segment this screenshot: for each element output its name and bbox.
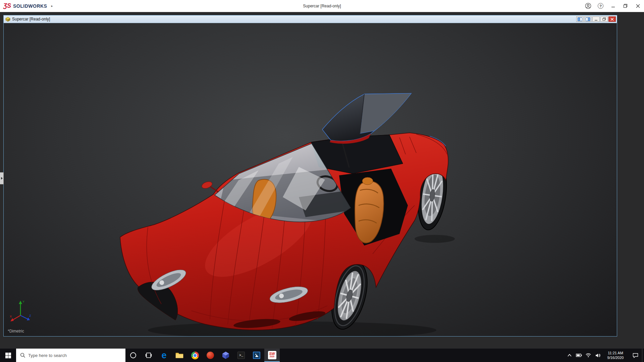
help-button[interactable]: ?: [594, 0, 607, 12]
split-pane-left-button[interactable]: [576, 16, 584, 22]
show-desktop-button[interactable]: [642, 349, 644, 362]
cube-app-button[interactable]: [218, 349, 233, 362]
volume-tray-button[interactable]: [593, 349, 602, 362]
red-app-button[interactable]: [203, 349, 218, 362]
document-window: Supercar [Read-only]: [3, 15, 617, 337]
solidworks-taskbar-button[interactable]: SW 2020: [264, 349, 280, 362]
taskbar-search-box[interactable]: [16, 349, 125, 362]
clock-time: 11:21 AM: [602, 351, 629, 355]
featuremanager-expand-tab[interactable]: [0, 172, 4, 184]
seat-headrest: [362, 177, 373, 185]
brand-name: SOLIDWORKS: [13, 3, 47, 9]
chevron-up-icon: [568, 354, 572, 357]
wifi-icon: [586, 353, 591, 357]
edge-taskbar-button[interactable]: e: [156, 349, 172, 362]
action-center-button[interactable]: [629, 349, 642, 362]
battery-icon: [576, 354, 582, 357]
help-icon: ?: [598, 3, 603, 9]
y-axis-label: Y: [22, 300, 24, 303]
menu-expand-arrow-icon[interactable]: ▸: [51, 4, 53, 8]
chrome-icon: [191, 352, 199, 359]
y-axis-arrow-icon: [19, 301, 22, 304]
doc-close-icon: [610, 18, 614, 21]
action-center-icon: [633, 353, 638, 358]
hidden-icons-button[interactable]: [565, 349, 574, 362]
task-view-icon: [145, 352, 152, 358]
user-icon: [585, 3, 591, 9]
featuremanager-expand-icon: [1, 177, 3, 180]
red-app-icon: [207, 352, 214, 359]
app-titlebar: ƷS SOLIDWORKS ▸ Supercar [Read-only] ?: [0, 0, 644, 12]
search-icon: [20, 353, 25, 358]
mdi-client-area: Supercar [Read-only]: [0, 12, 644, 349]
user-account-button[interactable]: [582, 0, 594, 12]
doc-minimize-button[interactable]: [592, 16, 600, 22]
doc-minimize-icon: [594, 18, 598, 21]
command-prompt-icon: >_: [237, 352, 245, 359]
app-window-title: Supercar [Read-only]: [0, 4, 644, 8]
orientation-triad: Y X Z: [9, 298, 34, 324]
close-button[interactable]: [632, 0, 644, 12]
command-prompt-button[interactable]: >_: [233, 349, 249, 362]
network-tray-button[interactable]: [584, 349, 593, 362]
car-model-render: [4, 23, 617, 336]
app-window-controls: ?: [582, 0, 644, 12]
close-icon: [636, 4, 640, 8]
split-pane-right-icon: [586, 17, 590, 21]
solidworks-app-icon: SW 2020: [268, 351, 276, 359]
z-axis-label: Z: [29, 314, 31, 317]
task-view-button[interactable]: [141, 349, 156, 362]
solidworks-brand: ƷS SOLIDWORKS ▸: [0, 2, 53, 9]
split-pane-left-icon: [578, 17, 582, 21]
battery-tray-button[interactable]: [574, 349, 584, 362]
search-input[interactable]: [28, 353, 112, 358]
document-window-controls: [576, 16, 616, 22]
restore-button[interactable]: [619, 0, 632, 12]
system-tray: 11:21 AM 9/16/2020: [565, 349, 644, 362]
document-titlebar[interactable]: Supercar [Read-only]: [4, 15, 617, 23]
clock-date: 9/16/2020: [602, 355, 629, 360]
part-document-icon: [5, 17, 10, 22]
file-explorer-icon: [175, 352, 183, 359]
edge-icon: e: [161, 351, 166, 360]
speaker-icon: [595, 353, 600, 358]
taskbar-clock[interactable]: 11:21 AM 9/16/2020: [602, 351, 629, 360]
doc-restore-button[interactable]: [600, 16, 608, 22]
start-button[interactable]: [0, 349, 16, 362]
chrome-taskbar-button[interactable]: [187, 349, 203, 362]
windows-logo-icon: [5, 353, 11, 358]
side-mirror: [201, 180, 218, 192]
view-orientation-label: *Dimetric: [8, 329, 24, 334]
cube-app-icon: [222, 351, 229, 359]
windows-taskbar: e >_ SW 2020: [0, 349, 644, 362]
minimize-button[interactable]: [607, 0, 619, 12]
cortana-icon: [130, 352, 137, 359]
doc-close-button[interactable]: [608, 16, 616, 22]
minimize-icon: [611, 4, 615, 8]
dassault-logo-icon: ƷS: [3, 2, 11, 9]
cortana-button[interactable]: [125, 349, 141, 362]
media-app-button[interactable]: [249, 349, 264, 362]
doc-restore-icon: [602, 17, 606, 21]
x-axis-arrow-icon: [10, 318, 14, 321]
graphics-viewport[interactable]: Y X Z *Dimetric: [4, 23, 617, 336]
x-axis-label: X: [10, 315, 12, 318]
file-explorer-button[interactable]: [172, 349, 187, 362]
restore-icon: [623, 4, 628, 8]
split-pane-right-button[interactable]: [584, 16, 592, 22]
document-title: Supercar [Read-only]: [12, 17, 50, 21]
media-app-icon: [253, 352, 260, 359]
